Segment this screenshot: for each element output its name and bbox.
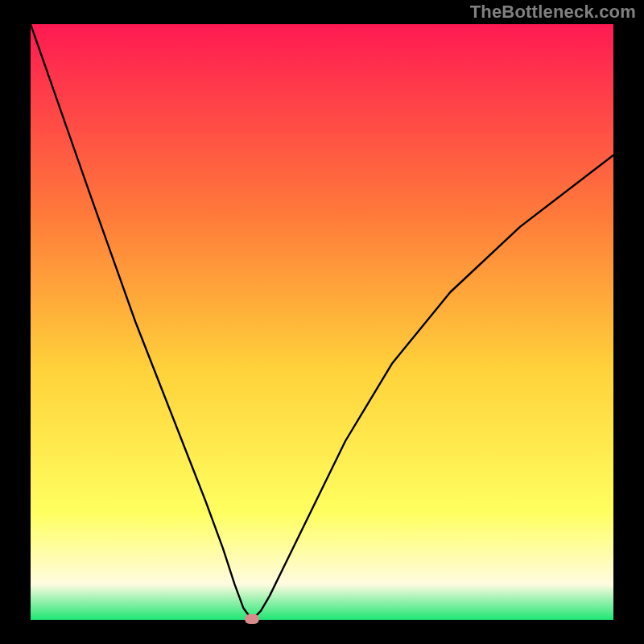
plot-area (31, 24, 613, 620)
chart-frame: TheBottleneck.com (0, 0, 644, 644)
optimal-point-marker (245, 614, 259, 624)
gradient-background (31, 24, 613, 620)
chart-svg (31, 24, 613, 620)
watermark-text: TheBottleneck.com (470, 2, 636, 23)
